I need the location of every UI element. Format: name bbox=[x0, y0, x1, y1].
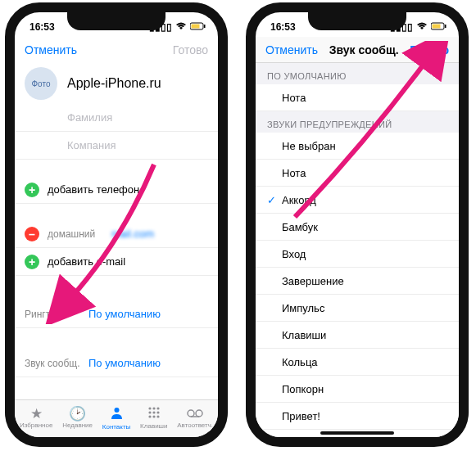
voicemail-icon bbox=[187, 407, 203, 421]
checkmark-icon: ✓ bbox=[267, 194, 282, 206]
sound-item[interactable]: ✓Аккорд bbox=[256, 187, 459, 214]
battery-icon bbox=[190, 21, 206, 33]
cancel-button[interactable]: Отменить bbox=[25, 43, 77, 56]
sound-name: Кольца bbox=[282, 356, 447, 368]
sound-item[interactable]: Бамбук bbox=[256, 214, 459, 241]
tab-voicemail[interactable]: Автоответч. bbox=[177, 407, 213, 429]
tab-label: Клавиши bbox=[140, 422, 167, 430]
sound-item[interactable]: Кольца bbox=[256, 349, 459, 376]
nav-bar: Отменить Готово bbox=[15, 37, 218, 63]
sound-item[interactable]: Нота bbox=[256, 84, 459, 111]
status-time: 16:53 bbox=[29, 21, 55, 33]
sound-name: Нота bbox=[282, 92, 447, 104]
notch bbox=[308, 12, 406, 30]
nav-title: Звук сообщ. bbox=[329, 43, 399, 56]
svg-point-4 bbox=[148, 407, 151, 409]
svg-point-8 bbox=[152, 411, 155, 413]
tab-bar: ★ Избранное 🕑 Недавние Контакты Клавиши … bbox=[15, 399, 218, 437]
svg-point-12 bbox=[156, 415, 159, 417]
cancel-button[interactable]: Отменить bbox=[265, 43, 318, 56]
svg-rect-17 bbox=[433, 25, 441, 29]
sound-item[interactable]: Нота bbox=[256, 160, 459, 187]
sound-name: Аккорд bbox=[282, 194, 447, 206]
email-label[interactable]: домашний bbox=[48, 228, 111, 240]
sound-item[interactable]: Вход bbox=[256, 241, 459, 268]
tab-label: Автоответч. bbox=[177, 422, 213, 429]
plus-icon: + bbox=[25, 255, 39, 269]
sound-name: Не выбран bbox=[282, 140, 447, 152]
sound-name: Нота bbox=[282, 167, 447, 179]
section-default: ПО УМОЛЧАНИЮ bbox=[256, 63, 459, 84]
minus-icon[interactable]: – bbox=[25, 227, 39, 241]
svg-point-11 bbox=[152, 415, 155, 417]
sound-item[interactable]: Клавиши bbox=[256, 322, 459, 349]
tab-label: Избранное bbox=[20, 422, 53, 429]
add-email-label: добавить e-mail bbox=[48, 255, 125, 268]
section-alerts: ЗВУКИ ПРЕДУПРЕЖДЕНИЙ bbox=[256, 111, 459, 133]
person-icon bbox=[110, 406, 124, 422]
tab-contacts[interactable]: Контакты bbox=[102, 406, 131, 431]
tab-keypad[interactable]: Клавиши bbox=[140, 406, 167, 430]
contact-edit-content: Фото Apple-iPhone.ru Фамилия Компания + … bbox=[15, 63, 218, 399]
status-time: 16:53 bbox=[270, 21, 296, 33]
tab-label: Недавние bbox=[62, 422, 93, 429]
battery-icon bbox=[431, 21, 447, 33]
textsound-row[interactable]: Звук сообщ. По умолчанию bbox=[15, 350, 218, 377]
sound-item[interactable]: Завершение bbox=[256, 268, 459, 295]
sound-name: Бамбук bbox=[282, 221, 447, 233]
done-button[interactable]: Готово bbox=[410, 43, 449, 56]
photo-button[interactable]: Фото bbox=[25, 67, 57, 100]
plus-icon: + bbox=[25, 183, 39, 197]
svg-rect-18 bbox=[445, 25, 447, 28]
tab-recents[interactable]: 🕑 Недавние bbox=[62, 407, 93, 429]
sound-item[interactable]: Привет! bbox=[256, 403, 459, 430]
sound-name: Вход bbox=[282, 248, 447, 260]
tab-label: Контакты bbox=[102, 423, 131, 431]
svg-point-5 bbox=[152, 407, 155, 409]
company-placeholder: Компания bbox=[67, 139, 116, 151]
nav-bar: Отменить Звук сообщ. Готово bbox=[256, 37, 459, 63]
add-phone-row[interactable]: + добавить телефон bbox=[15, 176, 218, 204]
sound-name: Импульс bbox=[282, 302, 447, 314]
name-row[interactable]: Фото Apple-iPhone.ru bbox=[15, 63, 218, 104]
keypad-icon bbox=[147, 406, 161, 422]
company-row[interactable]: Компания bbox=[15, 132, 218, 160]
contact-name[interactable]: Apple-iPhone.ru bbox=[67, 76, 161, 91]
sound-item[interactable]: Попкорн bbox=[256, 376, 459, 403]
wifi-icon bbox=[175, 21, 187, 33]
sound-item[interactable]: Импульс bbox=[256, 295, 459, 322]
sound-name: Клавиши bbox=[282, 329, 447, 341]
svg-point-7 bbox=[148, 411, 151, 413]
svg-point-6 bbox=[156, 407, 159, 409]
surname-row[interactable]: Фамилия bbox=[15, 104, 218, 132]
phone-left: 16:53 ▮▮▯▯ Отменить Готово Фото Apple-iP… bbox=[5, 2, 228, 447]
home-indicator[interactable] bbox=[320, 431, 394, 435]
svg-point-9 bbox=[156, 411, 159, 413]
email-row[interactable]: – домашний mail.com bbox=[15, 220, 218, 248]
tab-favorites[interactable]: ★ Избранное bbox=[20, 407, 53, 429]
textsound-label: Звук сообщ. bbox=[25, 358, 88, 369]
phone-right: 16:53 ▮▮▯▯ Отменить Звук сообщ. Готово П… bbox=[246, 2, 469, 447]
done-button[interactable]: Готово bbox=[173, 43, 208, 56]
textsound-value: По умолчанию bbox=[88, 357, 161, 369]
sound-list-content[interactable]: ПО УМОЛЧАНИЮ Нота ЗВУКИ ПРЕДУПРЕЖДЕНИЙ Н… bbox=[256, 63, 459, 437]
svg-rect-2 bbox=[204, 25, 206, 28]
star-icon: ★ bbox=[30, 407, 43, 421]
ringtone-value: По умолчанию bbox=[88, 308, 161, 320]
clock-icon: 🕑 bbox=[69, 407, 86, 421]
sound-item[interactable]: Не выбран bbox=[256, 133, 459, 160]
ringtone-row[interactable]: Рингтон По умолчанию bbox=[15, 300, 218, 328]
svg-point-13 bbox=[188, 410, 194, 417]
add-phone-label: добавить телефон bbox=[48, 183, 139, 196]
photo-label: Фото bbox=[32, 79, 51, 88]
surname-placeholder: Фамилия bbox=[67, 111, 112, 124]
ringtone-label: Рингтон bbox=[25, 309, 88, 320]
add-email-row[interactable]: + добавить e-mail bbox=[15, 248, 218, 276]
sound-name: Привет! bbox=[282, 410, 447, 422]
notch bbox=[67, 12, 165, 30]
svg-rect-1 bbox=[192, 25, 200, 29]
sound-name: Попкорн bbox=[282, 383, 447, 395]
svg-point-3 bbox=[114, 408, 119, 413]
svg-point-10 bbox=[148, 415, 151, 417]
email-value[interactable]: mail.com bbox=[111, 228, 154, 240]
